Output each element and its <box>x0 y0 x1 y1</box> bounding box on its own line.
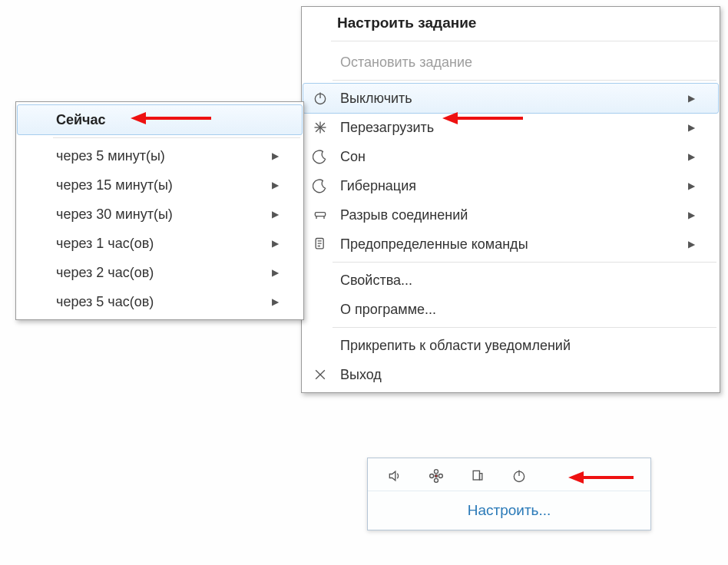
tray-popup: Настроить... <box>367 458 651 530</box>
phone-icon <box>303 207 337 223</box>
menu-item-label: через 5 минут(ы) <box>53 148 268 164</box>
submenu-arrow-icon: ▶ <box>684 210 698 220</box>
menu-item-properties[interactable]: Свойства... <box>303 266 718 295</box>
menu-item-label: через 1 час(ов) <box>53 236 268 252</box>
power-tray-icon[interactable] <box>511 468 528 484</box>
menu-item-label: Прикрепить к области уведомлений <box>337 338 698 354</box>
svg-point-12 <box>435 478 438 482</box>
menu-item-label: Выключить <box>337 91 684 107</box>
power-icon <box>303 90 337 107</box>
submenu-arrow-icon: ▶ <box>268 267 282 278</box>
submenu-arrow-icon: ▶ <box>268 296 282 307</box>
menu-item-label: через 15 минут(ы) <box>53 177 268 193</box>
main-context-menu: Настроить задание Остановить задание Вык… <box>301 6 720 393</box>
svg-rect-16 <box>480 474 482 480</box>
script-icon <box>303 236 337 253</box>
submenu-item-5h[interactable]: через 5 час(ов) ▶ <box>18 287 302 316</box>
menu-item-label: О программе... <box>337 302 698 318</box>
submenu-item-30min[interactable]: через 30 минут(ы) ▶ <box>18 200 302 229</box>
svg-point-14 <box>438 474 442 478</box>
device-icon[interactable] <box>469 468 486 484</box>
submenu-arrow-icon: ▶ <box>684 93 698 104</box>
menu-item-exit[interactable]: Выход <box>303 360 718 389</box>
submenu-item-15min[interactable]: через 15 минут(ы) ▶ <box>18 170 302 200</box>
menu-item-label: через 30 минут(ы) <box>53 207 268 223</box>
menu-item-label: Гибернация <box>337 178 684 194</box>
menu-item-restart[interactable]: Перезагрузить ▶ <box>303 113 718 142</box>
separator <box>53 137 300 138</box>
menu-item-label: через 5 час(ов) <box>53 294 268 310</box>
svg-point-11 <box>435 470 438 474</box>
menu-item-label: Выход <box>337 367 698 383</box>
menu-item-label: Сейчас <box>53 112 282 128</box>
separator <box>333 80 716 81</box>
menu-header: Настроить задание <box>302 7 720 38</box>
submenu-item-1h[interactable]: через 1 час(ов) ▶ <box>18 229 302 258</box>
menu-item-shutdown[interactable]: Выключить ▶ <box>303 83 719 114</box>
menu-item-label: Сон <box>337 149 684 165</box>
moon-icon <box>303 148 337 165</box>
flower-icon[interactable] <box>428 468 445 484</box>
moon-icon <box>303 177 337 194</box>
submenu-item-5min[interactable]: через 5 минут(ы) ▶ <box>18 141 302 170</box>
menu-body: Остановить задание Выключить ▶ Перезагру… <box>302 45 720 392</box>
svg-point-13 <box>430 474 434 478</box>
submenu-arrow-icon: ▶ <box>684 122 698 133</box>
submenu-item-2h[interactable]: через 2 час(ов) ▶ <box>18 258 302 287</box>
separator <box>331 41 718 41</box>
svg-rect-15 <box>473 471 479 480</box>
menu-item-stop-task[interactable]: Остановить задание <box>303 48 718 77</box>
close-icon <box>303 366 337 383</box>
menu-item-label: Остановить задание <box>337 55 698 71</box>
menu-item-about[interactable]: О программе... <box>303 295 718 324</box>
submenu-arrow-icon: ▶ <box>268 180 282 190</box>
separator <box>333 262 716 263</box>
menu-item-predefined[interactable]: Предопределенные команды ▶ <box>303 230 718 259</box>
menu-item-sleep[interactable]: Сон ▶ <box>303 142 718 171</box>
menu-item-label: Перезагрузить <box>337 120 684 136</box>
submenu-arrow-icon: ▶ <box>268 238 282 249</box>
svg-rect-6 <box>315 213 325 216</box>
menu-item-pin[interactable]: Прикрепить к области уведомлений <box>303 331 718 360</box>
submenu-arrow-icon: ▶ <box>268 150 282 161</box>
menu-item-label: Предопределенные команды <box>337 236 684 253</box>
submenu-arrow-icon: ▶ <box>268 209 282 220</box>
menu-item-label: через 2 час(ов) <box>53 265 268 281</box>
submenu-arrow-icon: ▶ <box>684 239 698 249</box>
volume-icon[interactable] <box>386 468 403 484</box>
submenu-body: Сейчас через 5 минут(ы) ▶ через 15 минут… <box>16 102 303 319</box>
svg-point-10 <box>435 474 437 477</box>
restart-icon <box>303 119 337 136</box>
separator <box>333 327 716 328</box>
menu-item-disconnect[interactable]: Разрыв соединений ▶ <box>303 200 718 230</box>
submenu-item-now[interactable]: Сейчас <box>17 104 303 135</box>
menu-item-hibernate[interactable]: Гибернация ▶ <box>303 171 718 200</box>
submenu-arrow-icon: ▶ <box>684 180 698 191</box>
tray-icon-row <box>368 458 650 491</box>
menu-item-label: Свойства... <box>337 273 698 289</box>
submenu-arrow-icon: ▶ <box>684 151 698 162</box>
shutdown-submenu: Сейчас через 5 минут(ы) ▶ через 15 минут… <box>15 101 304 320</box>
tray-configure-link[interactable]: Настроить... <box>368 491 650 530</box>
menu-item-label: Разрыв соединений <box>337 207 684 223</box>
